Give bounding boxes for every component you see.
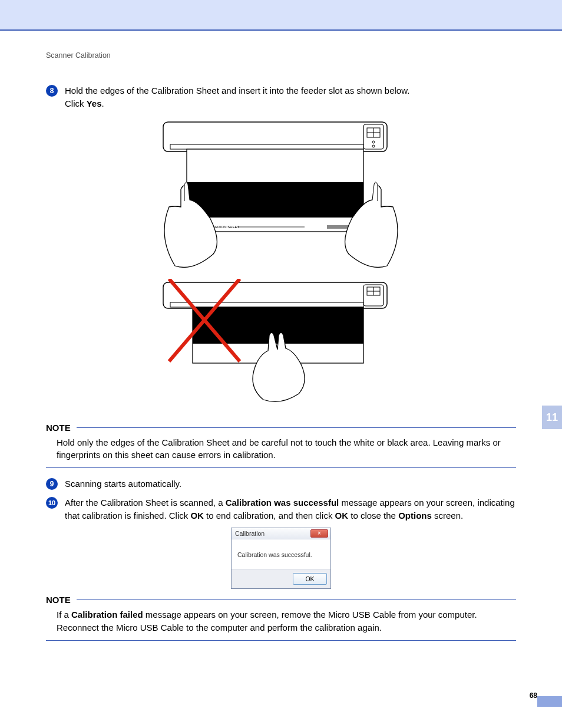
note-1-label: NOTE (46, 423, 71, 433)
page-number: 68 (530, 691, 537, 700)
note-2-head: NOTE (46, 595, 516, 605)
figure-block: CALIBRATION SHEET (46, 118, 516, 410)
step-8-line2c: . (102, 98, 104, 108)
note2-bold: Calibration failed (71, 610, 143, 620)
calibration-dialog: Calibration × Calibration was successful… (231, 528, 331, 589)
s10-bold-b: OK (190, 510, 204, 521)
s10-bold-a: Calibration was successful (226, 498, 339, 508)
note-2-body: If a Calibration failed message appears … (46, 608, 516, 634)
note-1-close-line (46, 467, 516, 468)
dialog-titlebar: Calibration × (232, 528, 330, 539)
page-content: Scanner Calibration 8 Hold the edges of … (0, 31, 562, 641)
step-10-text: After the Calibration Sheet is scanned, … (65, 496, 516, 522)
figure-incorrect (157, 279, 405, 403)
note-2-close-line (46, 640, 516, 641)
svg-rect-9 (187, 182, 363, 218)
dialog-screenshot: Calibration × Calibration was successful… (46, 528, 516, 589)
svg-rect-17 (170, 302, 363, 307)
dialog-close-button[interactable]: × (310, 529, 328, 538)
svg-rect-7 (170, 144, 363, 149)
note-1-body: Hold only the edges of the Calibration S… (46, 436, 516, 462)
step-badge-9: 9 (46, 478, 58, 490)
step-8: 8 Hold the edges of the Calibration Shee… (46, 84, 516, 110)
step-10: 10 After the Calibration Sheet is scanne… (46, 496, 516, 522)
step-8-line1: Hold the edges of the Calibration Sheet … (65, 85, 409, 95)
corner-tab (537, 696, 562, 707)
dialog-ok-button[interactable]: OK (293, 573, 327, 585)
s10-d: to close the (348, 510, 398, 521)
step-9: 9 Scanning starts automatically. (46, 477, 516, 490)
dialog-title-text: Calibration (235, 530, 265, 537)
step-9-text: Scanning starts automatically. (65, 477, 516, 490)
note-1-head: NOTE (46, 423, 516, 433)
chapter-tab: 11 (542, 406, 562, 429)
note-2-line (77, 599, 516, 600)
note-1-line (77, 427, 516, 428)
figure-correct: CALIBRATION SHEET (157, 118, 405, 272)
step-badge-8: 8 (46, 85, 58, 97)
header-bar (0, 0, 562, 31)
dialog-footer: OK (232, 569, 330, 588)
s10-bold-d: Options (398, 510, 432, 521)
step-8-text: Hold the edges of the Calibration Sheet … (65, 84, 516, 110)
dialog-message: Calibration was successful. (232, 539, 330, 569)
s10-e: screen. (432, 510, 463, 521)
s10-c: to end calibration, and then click (204, 510, 335, 521)
note-2-label: NOTE (46, 595, 71, 605)
breadcrumb: Scanner Calibration (46, 51, 516, 60)
note-1: NOTE Hold only the edges of the Calibrat… (46, 423, 516, 469)
step-8-bold: Yes (87, 98, 102, 108)
step-8-line2a: Click (65, 98, 87, 108)
note-2: NOTE If a Calibration failed message app… (46, 595, 516, 641)
step-badge-10: 10 (46, 497, 58, 509)
s10-bold-c: OK (335, 510, 349, 521)
note2-a: If a (57, 610, 71, 620)
s10-a: After the Calibration Sheet is scanned, … (65, 498, 226, 508)
